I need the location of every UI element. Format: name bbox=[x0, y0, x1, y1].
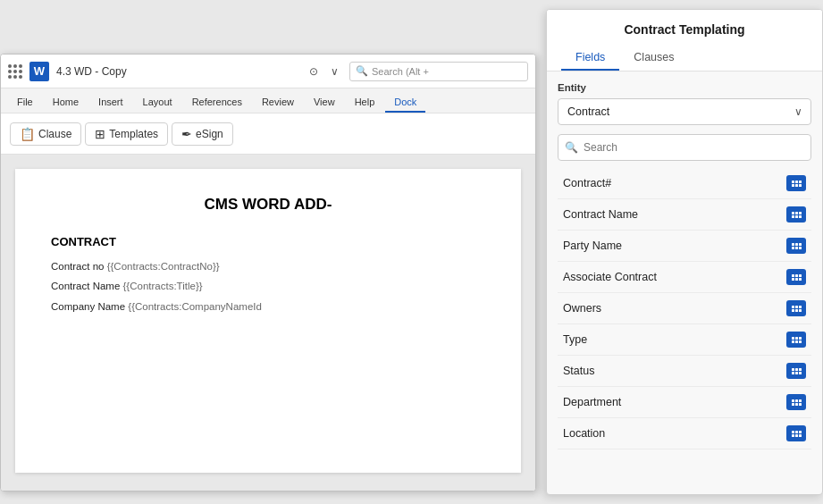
doc-label-contractname: Contract Name bbox=[51, 281, 123, 291]
search-wrapper: 🔍 bbox=[558, 134, 811, 161]
doc-line-contractname: Contract Name {{Contracts:Title}} bbox=[51, 279, 485, 294]
templates-icon: ⊞ bbox=[95, 127, 105, 141]
tab-review[interactable]: Review bbox=[253, 93, 303, 113]
tab-clauses[interactable]: Clauses bbox=[619, 46, 688, 71]
doc-heading: CMS WORD ADD- bbox=[51, 196, 485, 214]
tab-references[interactable]: References bbox=[183, 93, 251, 113]
word-window: W 4.3 WD - Copy ⊙ ∨ 🔍 Search (Alt + File… bbox=[0, 54, 536, 491]
word-search-bar[interactable]: 🔍 Search (Alt + bbox=[349, 62, 528, 81]
insert-icon-status[interactable] bbox=[786, 363, 806, 379]
doc-var-contractno: {{Contracts:ContractNo}} bbox=[107, 261, 220, 272]
field-name-type: Type bbox=[563, 333, 587, 346]
esign-button[interactable]: ✒ eSign bbox=[172, 122, 233, 146]
clause-label: Clause bbox=[38, 128, 71, 140]
field-name-status: Status bbox=[563, 365, 594, 377]
word-logo: W bbox=[29, 62, 49, 81]
field-name-contract-hash: Contract# bbox=[563, 177, 611, 189]
app-dots-icon bbox=[8, 64, 22, 79]
panel-tabs: Fields Clauses bbox=[561, 46, 808, 71]
panel-header: Contract Templating Fields Clauses bbox=[547, 10, 822, 71]
insert-icon-department[interactable] bbox=[786, 394, 806, 410]
insert-icon-associate-contract[interactable] bbox=[786, 269, 806, 285]
field-item-location[interactable]: Location bbox=[558, 418, 811, 449]
chevron-down-icon[interactable]: ∨ bbox=[327, 63, 342, 80]
doc-label-contractno: Contract no bbox=[51, 261, 107, 272]
tab-dock[interactable]: Dock bbox=[385, 93, 425, 113]
field-item-contract-name[interactable]: Contract Name bbox=[558, 199, 811, 231]
panel-search-icon: 🔍 bbox=[565, 141, 578, 154]
insert-icon-owners[interactable] bbox=[786, 300, 806, 316]
insert-icon-location[interactable] bbox=[786, 425, 806, 441]
tab-view[interactable]: View bbox=[305, 93, 344, 113]
field-name-department: Department bbox=[563, 396, 621, 408]
field-name-owners: Owners bbox=[563, 302, 601, 315]
field-item-associate-contract[interactable]: Associate Contract bbox=[558, 262, 811, 293]
autosave-icon[interactable]: ⊙ bbox=[306, 63, 322, 80]
field-item-department[interactable]: Department bbox=[558, 387, 811, 418]
search-placeholder-text: Search (Alt + bbox=[372, 66, 429, 77]
doc-area: CMS WORD ADD- CONTRACT Contract no {{Con… bbox=[1, 155, 535, 491]
doc-line-companyname: Company Name {{Contracts:CompanyNameId bbox=[51, 299, 485, 315]
contract-templating-panel: Contract Templating Fields Clauses Entit… bbox=[546, 9, 823, 495]
insert-icon-contract-name[interactable] bbox=[786, 206, 806, 223]
entity-select-wrapper[interactable]: Contract bbox=[558, 98, 811, 125]
doc-section-title: CONTRACT bbox=[51, 235, 485, 248]
doc-line-contractno: Contract no {{Contracts:ContractNo}} bbox=[51, 259, 485, 274]
tab-insert[interactable]: Insert bbox=[89, 93, 132, 113]
tab-home[interactable]: Home bbox=[44, 93, 88, 113]
clause-icon: 📋 bbox=[20, 127, 35, 141]
templates-button[interactable]: ⊞ Templates bbox=[85, 122, 168, 146]
entity-select[interactable]: Contract bbox=[558, 98, 811, 125]
title-bar: W 4.3 WD - Copy ⊙ ∨ 🔍 Search (Alt + bbox=[1, 55, 535, 88]
field-name-associate-contract: Associate Contract bbox=[563, 271, 657, 283]
tab-layout[interactable]: Layout bbox=[134, 93, 181, 113]
doc-page: CMS WORD ADD- CONTRACT Contract no {{Con… bbox=[15, 169, 521, 473]
entity-label: Entity bbox=[558, 82, 811, 93]
esign-label: eSign bbox=[196, 128, 223, 140]
search-icon: 🔍 bbox=[356, 65, 368, 77]
panel-title: Contract Templating bbox=[561, 22, 808, 37]
doc-title-text: 4.3 WD - Copy bbox=[56, 65, 298, 78]
field-item-party-name[interactable]: Party Name bbox=[558, 231, 811, 262]
field-item-owners[interactable]: Owners bbox=[558, 293, 811, 324]
doc-var-companyname: {{Contracts:CompanyNameId bbox=[128, 301, 262, 312]
field-name-contract-name: Contract Name bbox=[563, 208, 638, 221]
insert-icon-type[interactable] bbox=[786, 332, 806, 348]
panel-body: Entity Contract 🔍 Contract# Contract Nam… bbox=[547, 71, 822, 494]
esign-icon: ✒ bbox=[181, 127, 192, 141]
insert-icon-party-name[interactable] bbox=[786, 238, 806, 254]
field-name-party-name: Party Name bbox=[563, 239, 622, 252]
field-item-type[interactable]: Type bbox=[558, 324, 811, 356]
insert-icon-contract-hash[interactable] bbox=[786, 175, 806, 191]
field-name-location: Location bbox=[563, 427, 605, 440]
field-item-status[interactable]: Status bbox=[558, 356, 811, 387]
clause-button[interactable]: 📋 Clause bbox=[10, 122, 81, 146]
doc-var-contractname: {{Contracts:Title}} bbox=[123, 281, 203, 291]
tab-fields[interactable]: Fields bbox=[561, 46, 619, 71]
field-item-contract-hash[interactable]: Contract# bbox=[558, 168, 811, 199]
tab-file[interactable]: File bbox=[8, 93, 42, 113]
doc-label-companyname: Company Name bbox=[51, 301, 128, 312]
ribbon-toolbar: 📋 Clause ⊞ Templates ✒ eSign bbox=[1, 113, 535, 155]
ribbon-tabs: File Home Insert Layout References Revie… bbox=[1, 88, 535, 113]
tab-help[interactable]: Help bbox=[346, 93, 384, 113]
field-list: Contract# Contract Name Party Name Assoc… bbox=[558, 168, 811, 449]
panel-search-input[interactable] bbox=[558, 134, 811, 161]
templates-label: Templates bbox=[109, 128, 158, 140]
title-icons: ⊙ ∨ bbox=[306, 63, 342, 80]
